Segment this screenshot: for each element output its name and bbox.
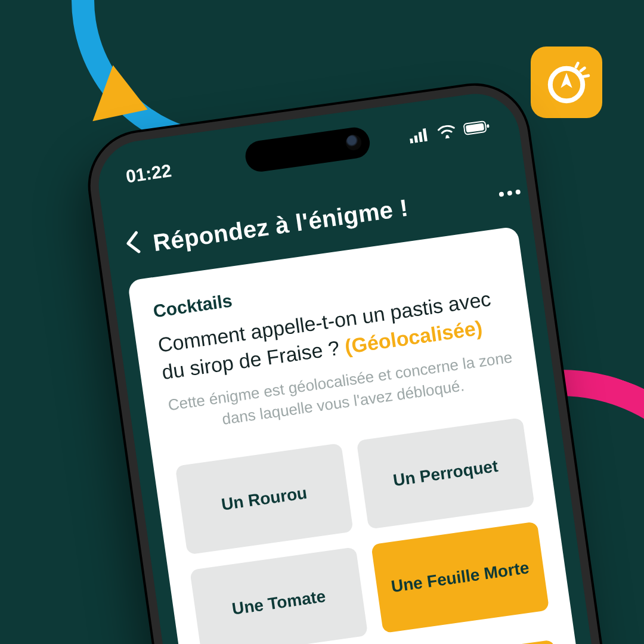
- phone-mockup: 01:22: [83, 79, 644, 644]
- options-grid: Un Rourou Un Perroquet Une Tomate Une Fe…: [175, 417, 550, 644]
- svg-line-4: [584, 76, 589, 77]
- svg-line-3: [581, 68, 584, 71]
- battery-icon: [463, 119, 491, 136]
- more-vertical-icon: [497, 188, 522, 197]
- option-button-0[interactable]: Un Rourou: [175, 442, 354, 555]
- svg-line-2: [576, 63, 578, 67]
- svg-point-13: [515, 189, 521, 194]
- app-logo-badge: [531, 47, 602, 118]
- svg-rect-5: [410, 138, 413, 144]
- phone-side-button: [124, 456, 138, 521]
- svg-rect-8: [423, 128, 428, 141]
- svg-marker-1: [561, 73, 572, 88]
- cellular-icon: [408, 128, 431, 144]
- svg-point-14: [507, 190, 512, 196]
- chevron-left-icon: [123, 230, 143, 256]
- status-time: 01:22: [125, 160, 173, 187]
- compass-dial-icon: [543, 58, 590, 106]
- svg-rect-11: [466, 123, 484, 132]
- phone-side-button: [104, 314, 114, 350]
- option-button-1[interactable]: Un Perroquet: [357, 417, 535, 530]
- phone-side-button: [113, 373, 126, 438]
- option-label: Un Rourou: [220, 483, 308, 514]
- svg-point-15: [499, 191, 504, 197]
- option-label: Un Perroquet: [392, 456, 499, 490]
- svg-rect-12: [487, 124, 490, 128]
- option-button-3[interactable]: Une Feuille Morte: [371, 521, 549, 633]
- option-label: Une Feuille Morte: [390, 558, 531, 596]
- more-menu-button[interactable]: [492, 188, 522, 199]
- option-label: Une Tomate: [231, 587, 327, 619]
- wifi-icon: [437, 124, 457, 140]
- back-button[interactable]: [123, 230, 144, 261]
- question-card: Cocktails Comment appelle-t-on un pastis…: [128, 226, 587, 644]
- svg-rect-6: [414, 135, 418, 143]
- option-button-2[interactable]: Une Tomate: [190, 547, 368, 644]
- svg-rect-7: [419, 132, 423, 143]
